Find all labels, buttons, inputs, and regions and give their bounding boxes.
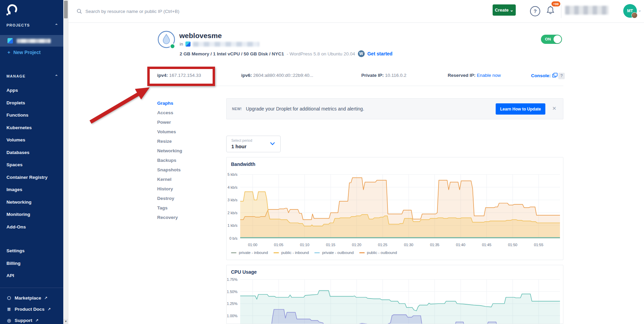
tab-access[interactable]: Access [157,108,208,118]
svg-text:5 kb/s: 5 kb/s [228,172,238,176]
sidebar-item-droplets[interactable]: Droplets [6,97,61,109]
sidebar-item-databases[interactable]: Databases [6,147,61,159]
svg-text:01:25: 01:25 [378,243,387,247]
sidebar-item-monitoring[interactable]: Monitoring [6,208,61,221]
sidebar-scrollbar-thumb[interactable] [64,1,68,18]
droplet-status-icon [157,30,176,51]
ipv6-value[interactable]: 2604:a880:400:d0::22b9:40... [253,73,313,78]
notification-count-badge: +99 [551,1,560,6]
droplet-power-toggle[interactable]: ON [541,35,562,44]
period-select-value: 1 hour [231,144,246,149]
reserved-ip-label: Reserved IP: [448,73,476,78]
cpu-usage-chart: 1.75%1.50%1.25%1.00% [227,265,563,324]
sidebar-item-functions[interactable]: Functions [6,109,61,122]
sidebar-item-billing[interactable]: Billing [6,257,61,270]
manage-list: AppsDropletsFunctionsKubernetesVolumesDa… [6,84,61,233]
enable-now-link[interactable]: Enable now [477,73,501,78]
chevron-up-icon[interactable]: ⌃ [55,23,59,28]
sidebar: PROJECTS ⌃ + New Project MANAGE ⌃ AppsDr… [0,0,63,324]
svg-text:1 kb/s: 1 kb/s [228,223,238,227]
period-select[interactable]: Select period 1 hour [226,136,281,152]
tab-snapshots[interactable]: Snapshots [157,165,208,175]
svg-text:01:00: 01:00 [248,243,258,247]
ipv6-label: ipv6: [241,73,252,78]
sidebar-item-apps[interactable]: Apps [6,84,61,97]
sidebar-item-api[interactable]: API [6,270,61,282]
sidebar-item-volumes[interactable]: Volumes [6,134,61,147]
droplet-tabs: GraphsAccessPowerVolumesResizeNetworking… [157,99,208,222]
sidebar-item-label: Support [15,318,32,323]
search-icon [77,8,82,14]
droplet-name: weblovesme [179,32,222,40]
svg-text:01:05: 01:05 [274,243,283,247]
tab-kernel[interactable]: Kernel [157,175,208,184]
sidebar-item-kubernetes[interactable]: Kubernetes [6,122,61,134]
upgrade-banner: NEW! Upgrade your Droplet for additional… [226,98,563,119]
sidebar-item-label: Marketplace [15,295,41,301]
bandwidth-chart-card: Bandwidth 5 kb/s4 kb/s3 kb/s2 kb/s1 kb/s… [226,157,563,260]
search-input[interactable] [85,9,228,14]
projects-label: PROJECTS [6,23,30,28]
ipv6-field[interactable]: ipv6: 2604:a880:400:d0::22b9:40... [241,73,313,78]
chevron-up-icon[interactable]: ⌃ [55,74,59,79]
chevron-down-icon [270,142,275,145]
close-icon[interactable]: ✕ [552,105,557,112]
toggle-on-label: ON [545,35,551,44]
account-name-redacted [565,6,609,15]
annotation-arrow [78,82,160,129]
sidebar-item-images[interactable]: Images [6,184,61,196]
search-bar[interactable] [77,0,228,22]
learn-how-to-update-button[interactable]: Learn How to Update [496,103,545,115]
toggle-knob [554,35,561,43]
external-link-arrow-icon: ↗ [44,296,47,300]
private-ip-value[interactable]: 10.116.0.2 [385,73,407,78]
sidebar-item-spaces[interactable]: Spaces [6,159,61,171]
svg-text:0 b/s: 0 b/s [229,236,237,240]
sidebar-item-settings[interactable]: Settings [6,245,61,257]
sidebar-item-add-ons[interactable]: Add-Ons [6,221,61,234]
tab-graphs[interactable]: Graphs [157,99,208,108]
console-help-badge[interactable]: ? [558,73,565,79]
tab-destroy[interactable]: Destroy [157,194,208,203]
legend-private-inbound: private - inbound [231,251,268,255]
console-field[interactable]: Console: [531,73,558,78]
tab-backups[interactable]: Backups [157,156,208,165]
new-project-button[interactable]: + New Project [7,50,40,55]
sidebar-item-product-docs[interactable]: ≣Product Docs↗ [6,304,61,315]
sidebar-item-current-project[interactable] [0,35,63,47]
product-docs-icon: ≣ [6,307,12,312]
notifications-bell-icon[interactable] [546,5,556,17]
sidebar-item-support[interactable]: ◎Support↗ [6,315,61,324]
project-name-redacted [193,42,259,47]
svg-text:1.00%: 1.00% [227,314,237,318]
get-started-link[interactable]: Get started [367,51,393,56]
projects-section-header[interactable]: PROJECTS ⌃ [6,23,59,28]
sidebar-item-marketplace[interactable]: ⬡Marketplace↗ [6,292,61,304]
tab-volumes[interactable]: Volumes [157,127,208,137]
create-button[interactable]: Create ⌄ [493,4,516,16]
tab-networking[interactable]: Networking [157,146,208,156]
tab-history[interactable]: History [157,184,208,194]
chevron-down-icon[interactable]: ⌄ [638,7,642,13]
private-ip-field[interactable]: Private IP: 10.116.0.2 [361,73,407,78]
help-icon[interactable]: ? [530,6,540,16]
new-tag: NEW! [232,107,242,111]
console-label[interactable]: Console: [531,73,551,78]
tab-tags[interactable]: Tags [157,203,208,213]
scrollbar-down-arrow-icon[interactable]: ▼ [63,319,68,324]
in-label: in [180,41,183,47]
tab-recovery[interactable]: Recovery [157,213,208,222]
sidebar-item-container-registry[interactable]: Container Registry [6,171,61,184]
svg-text:01:50: 01:50 [508,243,517,247]
sidebar-scrollbar-track[interactable] [63,0,68,324]
plus-icon: + [7,50,10,55]
sidebar-item-networking[interactable]: Networking [6,196,61,209]
legend-dash-icon [359,252,365,253]
avatar-photo [631,12,638,18]
console-window-icon[interactable] [552,73,558,78]
tab-resize[interactable]: Resize [157,137,208,146]
account-list: SettingsBillingAPI [6,245,61,282]
project-name-redacted [17,39,51,43]
manage-section-header[interactable]: MANAGE ⌃ [6,74,59,79]
tab-power[interactable]: Power [157,118,208,127]
